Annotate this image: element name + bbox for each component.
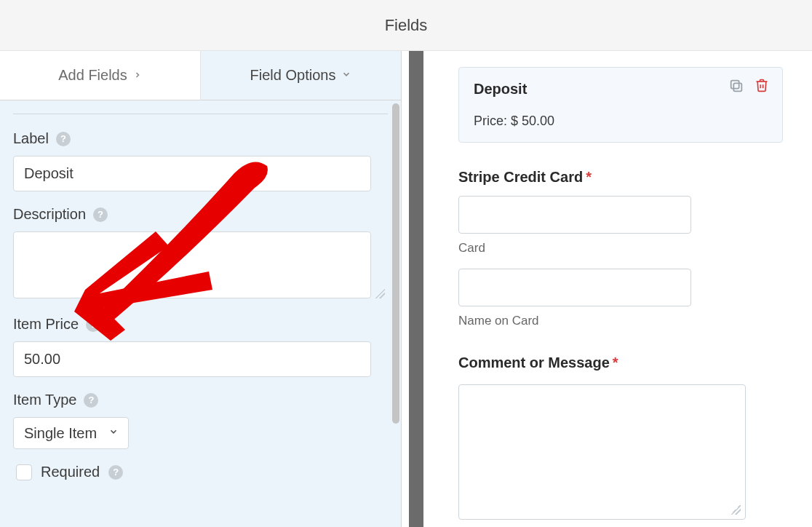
trash-icon[interactable] [755,78,771,94]
left-panel: Add Fields Field Options Label ? [0,51,402,527]
required-asterisk: * [586,169,592,185]
divider [13,114,388,114]
label-text: Item Type [13,392,76,408]
card-title: Deposit [474,81,768,98]
comment-textarea[interactable] [458,384,746,520]
row-item-type: Item Type ? Single Item [13,392,388,449]
panel-divider[interactable] [402,51,431,527]
tabs: Add Fields Field Options [0,51,401,100]
tab-field-options[interactable]: Field Options [201,51,401,100]
row-label: Label ? [13,130,388,191]
description-input[interactable] [13,231,371,298]
scrollbar-thumb[interactable] [392,103,399,424]
top-bar: Fields [0,0,812,51]
sublabel: Name on Card [458,314,783,328]
sublabel: Card [458,241,783,255]
resize-handle-icon [731,504,741,515]
name-on-card-input[interactable] [458,269,691,306]
row-description: Description ? [13,206,388,301]
card-price: Price: $ 50.00 [474,114,768,129]
field-label: Stripe Credit Card [458,169,583,185]
tab-add-fields[interactable]: Add Fields [0,51,201,100]
comment-group: Comment or Message* [458,354,783,520]
preview-panel: Deposit Price: $ 50.00 Stripe Credit Car… [431,51,812,527]
panel-body: Label ? Description ? Item Price ? [0,100,401,480]
resize-handle-icon [375,288,385,298]
help-icon[interactable]: ? [56,132,71,146]
chevron-down-icon [341,69,351,82]
required-checkbox[interactable] [16,464,32,480]
item-type-select[interactable]: Single Item [13,417,129,449]
row-required: Required ? [13,464,388,480]
field-label: Comment or Message [458,354,610,371]
item-price-input[interactable] [13,341,371,377]
required-label: Required [41,464,100,480]
row-item-price: Item Price ? [13,316,388,377]
tab-label: Add Fields [58,67,127,84]
scrollbar[interactable] [391,100,401,527]
chevron-right-icon [133,70,142,82]
card-input[interactable] [458,196,691,234]
page-title: Fields [385,16,428,35]
price-value: 50.00 [522,114,554,128]
svg-rect-1 [731,81,739,89]
deposit-card[interactable]: Deposit Price: $ 50.00 [458,67,783,143]
help-icon[interactable]: ? [93,207,108,222]
required-asterisk: * [613,354,618,371]
label-text: Item Price [13,316,79,333]
label-input[interactable] [13,156,371,191]
duplicate-icon[interactable] [728,78,744,94]
main-area: Add Fields Field Options Label ? [0,51,812,527]
label-text: Label [13,130,49,147]
stripe-group: Stripe Credit Card* Card Name on Card [458,169,783,328]
label-text: Description [13,206,86,223]
price-prefix: Price: $ [474,114,522,128]
svg-rect-0 [733,83,741,91]
help-icon[interactable]: ? [108,465,123,480]
help-icon[interactable]: ? [86,317,100,332]
tab-label: Field Options [250,67,336,84]
help-icon[interactable]: ? [84,393,98,408]
